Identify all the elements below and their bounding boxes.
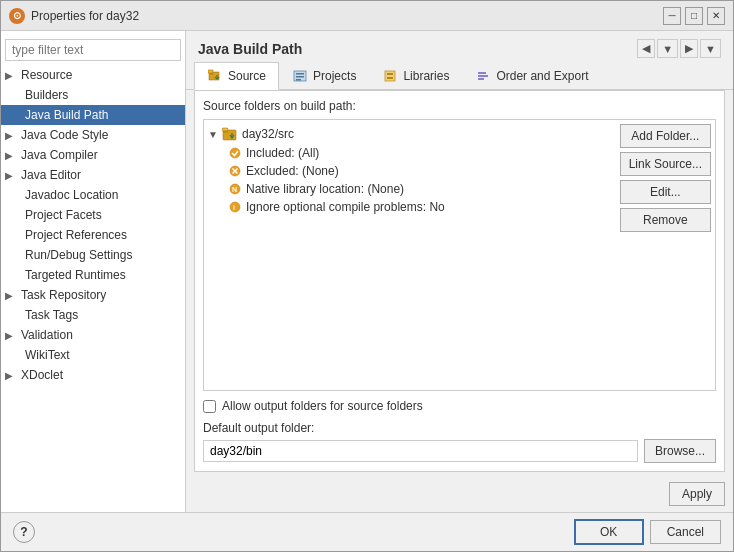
tab-bar: Source Projects bbox=[186, 62, 733, 90]
tree-item-label: Excluded: (None) bbox=[246, 164, 339, 178]
tree-item-excluded[interactable]: Excluded: (None) bbox=[228, 162, 612, 180]
tab-libraries-label: Libraries bbox=[403, 69, 449, 83]
tree-children: Included: (All) Excluded: (None) bbox=[228, 144, 612, 216]
title-bar-left: ⊙ Properties for day32 bbox=[9, 8, 139, 24]
svg-rect-8 bbox=[385, 71, 395, 81]
tree-root-item[interactable]: ▼ day32/src bbox=[208, 124, 612, 144]
sidebar-item-wikitext[interactable]: WikiText bbox=[1, 345, 185, 365]
edit-button[interactable]: Edit... bbox=[620, 180, 711, 204]
svg-rect-16 bbox=[222, 128, 228, 131]
tree-child-icon: i bbox=[228, 200, 242, 214]
sidebar-item-java-editor[interactable]: ▶ Java Editor bbox=[1, 165, 185, 185]
back-dropdown-button[interactable]: ▼ bbox=[657, 39, 678, 58]
nav-buttons: ◀ ▼ ▶ ▼ bbox=[637, 39, 721, 58]
tree-item-label: Native library location: (None) bbox=[246, 182, 404, 196]
tab-content-source: Source folders on build path: ▼ bbox=[194, 90, 725, 472]
svg-point-18 bbox=[230, 148, 240, 158]
svg-rect-9 bbox=[387, 73, 393, 75]
arrow-icon: ▶ bbox=[5, 290, 17, 301]
arrow-icon: ▶ bbox=[5, 370, 17, 381]
allow-output-folders-label: Allow output folders for source folders bbox=[222, 399, 423, 413]
output-folder-input[interactable] bbox=[203, 440, 638, 462]
browse-button[interactable]: Browse... bbox=[644, 439, 716, 463]
sidebar-item-validation[interactable]: ▶ Validation bbox=[1, 325, 185, 345]
cancel-button[interactable]: Cancel bbox=[650, 520, 721, 544]
tree-child-icon bbox=[228, 146, 242, 160]
apply-button[interactable]: Apply bbox=[669, 482, 725, 506]
sidebar-item-java-code-style[interactable]: ▶ Java Code Style bbox=[1, 125, 185, 145]
sidebar-item-project-facets[interactable]: Project Facets bbox=[1, 205, 185, 225]
tree-expand-icon: ▼ bbox=[208, 129, 218, 140]
sidebar-item-task-tags[interactable]: Task Tags bbox=[1, 305, 185, 325]
arrow-icon: ▶ bbox=[5, 130, 17, 141]
tab-source[interactable]: Source bbox=[194, 62, 279, 90]
maximize-button[interactable]: □ bbox=[685, 7, 703, 25]
sidebar-item-label: Task Tags bbox=[25, 308, 78, 322]
tree-item-included[interactable]: Included: (All) bbox=[228, 144, 612, 162]
sidebar-item-javadoc-location[interactable]: Javadoc Location bbox=[1, 185, 185, 205]
sidebar-item-run-debug-settings[interactable]: Run/Debug Settings bbox=[1, 245, 185, 265]
tab-libraries[interactable]: Libraries bbox=[369, 62, 462, 89]
sidebar-item-label: WikiText bbox=[25, 348, 70, 362]
output-folder-row: Browse... bbox=[203, 439, 716, 463]
source-tab-icon bbox=[207, 68, 223, 84]
tree-item-ignore-optional[interactable]: i Ignore optional compile problems: No bbox=[228, 198, 612, 216]
tab-order-label: Order and Export bbox=[496, 69, 588, 83]
sidebar-item-label: Java Compiler bbox=[21, 148, 98, 162]
sidebar-item-java-compiler[interactable]: ▶ Java Compiler bbox=[1, 145, 185, 165]
apply-row: Apply bbox=[186, 480, 733, 512]
sidebar: ▶ Resource Builders Java Build Path ▶ Ja… bbox=[1, 31, 186, 512]
sidebar-item-label: Run/Debug Settings bbox=[25, 248, 132, 262]
panel-title: Java Build Path bbox=[198, 41, 302, 57]
sidebar-item-targeted-runtimes[interactable]: Targeted Runtimes bbox=[1, 265, 185, 285]
arrow-icon: ▶ bbox=[5, 330, 17, 341]
sidebar-item-label: Resource bbox=[21, 68, 72, 82]
add-folder-button[interactable]: Add Folder... bbox=[620, 124, 711, 148]
right-panel: Java Build Path ◀ ▼ ▶ ▼ bbox=[186, 31, 733, 512]
tab-projects-label: Projects bbox=[313, 69, 356, 83]
sidebar-item-label: Java Build Path bbox=[25, 108, 108, 122]
sidebar-item-label: XDoclet bbox=[21, 368, 63, 382]
svg-rect-6 bbox=[296, 76, 304, 78]
default-output-folder-label: Default output folder: bbox=[203, 421, 716, 435]
arrow-icon: ▶ bbox=[5, 70, 17, 81]
sidebar-item-resource[interactable]: ▶ Resource bbox=[1, 65, 185, 85]
arrow-icon: ▶ bbox=[5, 150, 17, 161]
back-button[interactable]: ◀ bbox=[637, 39, 655, 58]
sidebar-item-task-repository[interactable]: ▶ Task Repository bbox=[1, 285, 185, 305]
tree-child-icon bbox=[228, 164, 242, 178]
sidebar-item-label: Validation bbox=[21, 328, 73, 342]
main-content: ▶ Resource Builders Java Build Path ▶ Ja… bbox=[1, 31, 733, 512]
footer: ? OK Cancel bbox=[1, 512, 733, 551]
help-button[interactable]: ? bbox=[13, 521, 35, 543]
ok-button[interactable]: OK bbox=[574, 519, 644, 545]
filter-input[interactable] bbox=[5, 39, 181, 61]
remove-button[interactable]: Remove bbox=[620, 208, 711, 232]
allow-output-folders-row: Allow output folders for source folders bbox=[203, 399, 716, 413]
sidebar-item-label: Java Editor bbox=[21, 168, 81, 182]
source-tree-area: ▼ day32/src bbox=[203, 119, 716, 391]
svg-text:i: i bbox=[233, 204, 235, 211]
tree-root-label: day32/src bbox=[242, 127, 294, 141]
sidebar-item-label: Targeted Runtimes bbox=[25, 268, 126, 282]
forward-dropdown-button[interactable]: ▼ bbox=[700, 39, 721, 58]
sidebar-item-java-build-path[interactable]: Java Build Path bbox=[1, 105, 185, 125]
tree-item-label: Ignore optional compile problems: No bbox=[246, 200, 445, 214]
sidebar-item-label: Project References bbox=[25, 228, 127, 242]
link-source-button[interactable]: Link Source... bbox=[620, 152, 711, 176]
sidebar-item-xdoclet[interactable]: ▶ XDoclet bbox=[1, 365, 185, 385]
projects-tab-icon bbox=[292, 68, 308, 84]
close-button[interactable]: ✕ bbox=[707, 7, 725, 25]
minimize-button[interactable]: ─ bbox=[663, 7, 681, 25]
sidebar-item-builders[interactable]: Builders bbox=[1, 85, 185, 105]
tree-item-native-library[interactable]: N Native library location: (None) bbox=[228, 180, 612, 198]
allow-output-folders-checkbox[interactable] bbox=[203, 400, 216, 413]
sidebar-item-label: Task Repository bbox=[21, 288, 106, 302]
tab-projects[interactable]: Projects bbox=[279, 62, 369, 89]
sidebar-item-project-references[interactable]: Project References bbox=[1, 225, 185, 245]
app-icon: ⊙ bbox=[9, 8, 25, 24]
svg-rect-2 bbox=[208, 70, 213, 73]
tab-order-export[interactable]: Order and Export bbox=[462, 62, 601, 89]
forward-button[interactable]: ▶ bbox=[680, 39, 698, 58]
window-controls: ─ □ ✕ bbox=[663, 7, 725, 25]
